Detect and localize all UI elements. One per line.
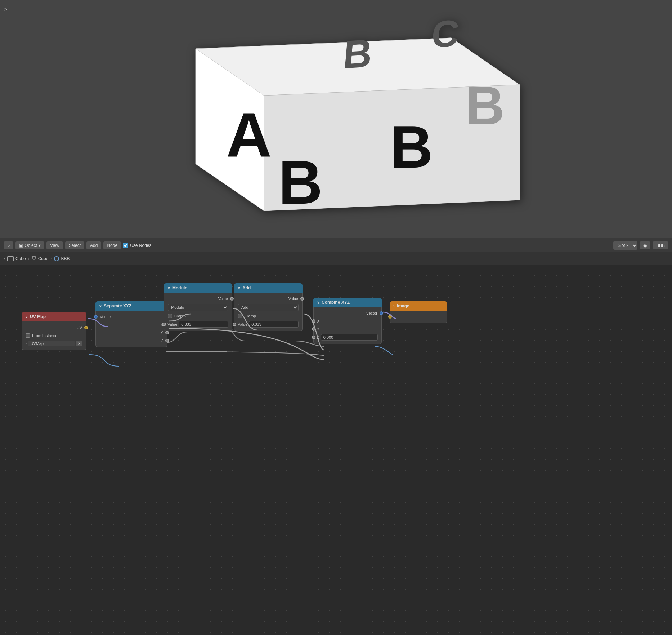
modulo-output-value: Value [164,295,232,303]
combine-y-label: Y [317,327,319,331]
add-dropdown-row[interactable]: Add [234,303,302,312]
material-preview-button[interactable]: ◉ [640,241,650,249]
breadcrumb-expand-arrow[interactable]: › [4,256,5,261]
modulo-clamp-label: Clamp [174,314,186,318]
combine-xyz-y-row: Y [314,325,381,333]
uv-map-header[interactable]: ∨ UV Map [22,312,86,321]
combine-xyz-header[interactable]: ∨ Combine XYZ [313,298,382,307]
separate-y-socket[interactable] [165,331,169,334]
separate-xyz-header[interactable]: ∨ Separate XYZ [95,301,167,311]
editor-type-button[interactable]: ○ [4,241,13,249]
combine-vector-out-socket[interactable] [380,311,383,315]
modulo-title: Modulo [172,285,188,290]
add-clamp-checkbox[interactable] [238,314,242,318]
separate-z-label: Z [161,338,163,343]
use-nodes-toggle[interactable]: Use Nodes [123,243,151,248]
uv-map-uvmap-row[interactable]: • UVMap ✕ [22,339,86,347]
combine-xyz-body: Vector X Y Z [313,307,382,344]
uvmap-select[interactable]: UVMap [28,341,75,346]
breadcrumb-cube1-label: Cube [15,256,26,261]
use-nodes-checkbox[interactable] [123,243,128,248]
add-menu-button[interactable]: Add [86,241,101,249]
combine-z-input[interactable] [321,334,378,341]
node-add[interactable]: ∨ Add Value Add Clamp [234,283,303,331]
uv-map-title: UV Map [30,314,46,319]
bbb-sphere-icon [54,256,59,261]
node-toolbar: ○ ▣ Object ▾ View Select Add Node Use No… [0,238,672,252]
modulo-clamp-checkbox[interactable] [168,314,172,318]
node-menu-button[interactable]: Node [103,241,121,249]
combine-xyz-collapse[interactable]: ∨ [317,301,319,305]
add-clamp-label: Clamp [245,314,256,318]
combine-y-in-socket[interactable] [312,327,315,331]
image-header[interactable]: › Image [390,301,447,311]
image-input-row [390,313,447,321]
uv-map-collapse-icon[interactable]: ∨ [25,315,28,319]
combine-z-in-socket[interactable] [312,336,315,339]
modulo-value-input[interactable] [179,321,228,328]
combine-x-in-socket[interactable] [312,319,315,323]
separate-xyz-output-z: Z [96,337,167,345]
combine-xyz-title: Combine XYZ [322,300,350,305]
modulo-value-row: Value [164,320,232,329]
letter-a: A [226,100,272,170]
separate-xyz-output-x: X [96,321,167,329]
add-value-in-socket[interactable] [233,323,236,326]
3d-render-area: A B B B B C [0,11,672,238]
modulo-dropdown-row[interactable]: Modulo [164,303,232,312]
use-nodes-label: Use Nodes [130,243,151,248]
modulo-type-select[interactable]: Modulo [168,304,228,311]
modulo-body: Value Modulo Clamp Value [164,293,232,331]
add-out-label: Value [288,297,298,301]
uv-output-socket[interactable] [84,326,88,329]
breadcrumb-sep-2: › [50,256,52,261]
node-uv-map[interactable]: ∨ UV Map UV From Instancer • UVMap ✕ [22,312,86,350]
letter-b-right: B [466,75,505,136]
uvmap-clear-btn[interactable]: ✕ [76,341,82,346]
combine-z-label: Z [317,335,319,339]
breadcrumb-item-cube2[interactable]: ⛉ Cube [32,256,49,261]
slot-dropdown[interactable]: Slot 1 Slot 2 Slot 3 [613,241,637,250]
node-combine-xyz[interactable]: ∨ Combine XYZ Vector X Y Z [313,298,382,344]
node-image[interactable]: › Image [390,301,447,323]
uv-map-output-uv: UV [22,324,86,332]
separate-xyz-collapse[interactable]: ∨ [99,304,102,308]
add-header[interactable]: ∨ Add [234,283,303,293]
add-type-select[interactable]: Add [238,304,299,311]
node-modulo[interactable]: ∨ Modulo Value Modulo Clamp [164,283,232,331]
view-menu-button[interactable]: View [46,241,63,249]
combine-vector-label: Vector [366,311,377,315]
breadcrumb-item-bbb[interactable]: BBB [54,256,70,261]
cube2-tree-icon: ⛉ [32,256,36,261]
material-name-button[interactable]: BBB [653,241,668,249]
modulo-value-in-socket[interactable] [162,323,166,326]
object-menu-button[interactable]: ▣ Object ▾ [15,241,44,249]
add-collapse[interactable]: ∨ [238,286,240,290]
uv-output-label: UV [77,325,82,330]
add-value-input[interactable] [249,321,299,328]
modulo-clamp-row: Clamp [164,312,232,320]
breadcrumb-bbb-label: BBB [61,256,70,261]
combine-xyz-x-row: X [314,317,381,325]
letter-b-top: B [341,31,374,77]
breadcrumb-item-cube1[interactable]: Cube [7,256,26,261]
add-clamp-row: Clamp [234,312,302,320]
image-arrow-in: › [393,303,395,308]
separate-z-socket[interactable] [165,339,169,342]
select-menu-button[interactable]: Select [65,241,84,249]
modulo-out-socket[interactable] [230,297,234,301]
cube1-icon [7,256,14,261]
modulo-collapse[interactable]: ∨ [167,286,170,290]
from-instancer-checkbox[interactable] [26,333,30,338]
uvmap-dot: • [26,342,27,346]
modulo-header[interactable]: ∨ Modulo [164,283,232,293]
separate-vector-in-socket[interactable] [94,315,98,319]
breadcrumb-bar: › Cube › ⛉ Cube › BBB [0,252,672,265]
separate-vector-label: Vector [100,315,111,319]
node-separate-xyz[interactable]: ∨ Separate XYZ Vector X Y Z [95,301,167,347]
image-in-socket[interactable] [388,315,392,319]
add-out-socket[interactable] [300,297,304,301]
separate-xyz-output-y: Y [96,329,167,337]
breadcrumb-cube2-label: Cube [38,256,49,261]
add-output-value: Value [234,295,302,303]
